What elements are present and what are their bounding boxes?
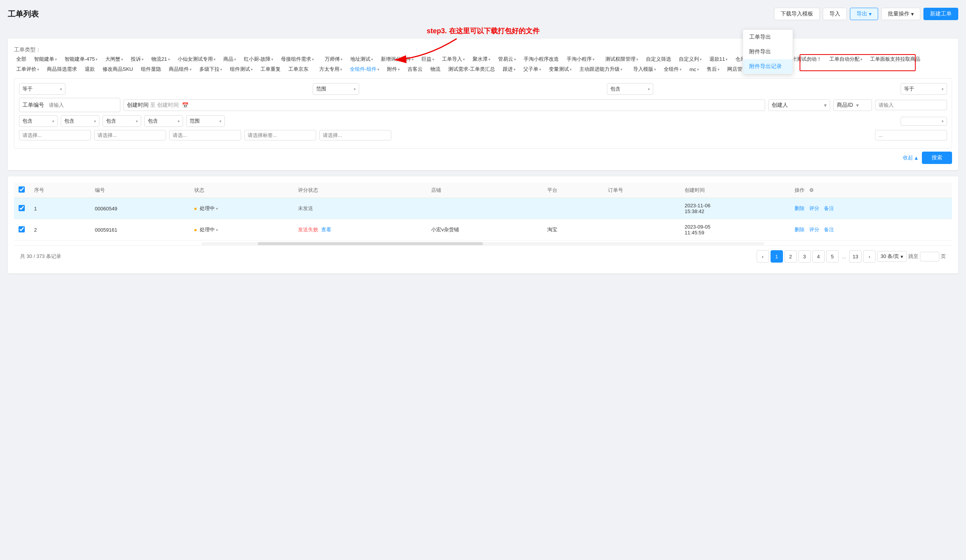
- select-range-2[interactable]: 范围 ▾: [186, 115, 225, 127]
- page-2-button[interactable]: 2: [784, 250, 797, 263]
- tag-product-filter[interactable]: 商品筛选需求: [45, 65, 79, 73]
- tag-jushuitan[interactable]: 聚水潭 ▾: [470, 55, 493, 63]
- tag-custom-filter[interactable]: 自定义筛选: [644, 55, 673, 63]
- batch-ops-button[interactable]: 批量操作 ▾: [881, 8, 920, 20]
- dropdown-item-attachment-export[interactable]: 附件导出: [743, 44, 793, 59]
- tag-ticket-duplicate[interactable]: 工单重复: [258, 65, 283, 73]
- tag-all-components[interactable]: 全组件-组件 ▾: [348, 65, 382, 73]
- page-last-button[interactable]: 13: [849, 250, 862, 263]
- filter-input-5[interactable]: [319, 130, 391, 140]
- tag-juyi[interactable]: 巨益 ▾: [419, 55, 437, 63]
- tag-ticket-jd[interactable]: 工单京东: [286, 65, 311, 73]
- tag-complaint[interactable]: 投诉 ▾: [128, 55, 146, 63]
- tag-logistics[interactable]: 物流: [428, 65, 443, 73]
- new-ticket-button[interactable]: 新建工单: [923, 8, 958, 20]
- filter-input-4[interactable]: [244, 130, 316, 140]
- tag-component-test[interactable]: 组件测试 ▾: [228, 65, 255, 73]
- tag-import-template[interactable]: 导入模版 ▾: [631, 65, 658, 73]
- gear-icon[interactable]: ⚙: [809, 187, 814, 193]
- tag-follow-up[interactable]: 跟进 ▾: [500, 65, 518, 73]
- tag-refund11[interactable]: 退款11 ▾: [707, 55, 730, 63]
- select-equal-1[interactable]: 等于 ▾: [19, 83, 65, 95]
- tag-parent-component[interactable]: 母接组件需求 ▾: [279, 55, 316, 63]
- tag-component-hide[interactable]: 组件显隐: [139, 65, 163, 73]
- tag-fairy-test[interactable]: 小仙女测试专用 ▾: [175, 55, 218, 63]
- dropdown-item-attachment-export-record[interactable]: 附件导出记录: [743, 59, 793, 74]
- row2-rating-view-link[interactable]: 查看: [321, 227, 331, 232]
- select-include-2[interactable]: 包含 ▾: [19, 115, 58, 127]
- calendar-icon[interactable]: 📅: [182, 102, 188, 108]
- tag-product[interactable]: 商品 ▾: [221, 55, 238, 63]
- row1-rating-link[interactable]: 评分: [809, 205, 819, 211]
- tag-fangtai[interactable]: 方太专用 ▾: [317, 65, 344, 73]
- tag-permission[interactable]: 测试权限管理 ▾: [603, 55, 641, 63]
- tag-wanshifu[interactable]: 万师傅 ▾: [322, 55, 345, 63]
- tag-taobao-mini-reform[interactable]: 手淘小程序改造: [521, 55, 561, 63]
- select-extra[interactable]: ▾: [901, 117, 947, 126]
- search-button[interactable]: 搜索: [922, 152, 952, 164]
- tag-parent-ticket[interactable]: 父子单 ▾: [521, 65, 543, 73]
- prev-page-button[interactable]: ‹: [757, 250, 769, 263]
- select-all-checkbox[interactable]: [19, 186, 25, 193]
- tag-all-components2[interactable]: 全组件 ▾: [661, 65, 684, 73]
- tag-guanyiyun[interactable]: 管易云 ▾: [496, 55, 518, 63]
- row1-checkbox[interactable]: [19, 205, 25, 211]
- tag-custom-column[interactable]: 自定义列 ▾: [677, 55, 704, 63]
- import-button[interactable]: 导入: [823, 8, 847, 20]
- tag-product-component[interactable]: 商品组件 ▾: [166, 65, 194, 73]
- dropdown-item-ticket-export[interactable]: 工单导出: [743, 30, 793, 44]
- tag-ticket-import[interactable]: 工单导入 ▾: [440, 55, 467, 63]
- select-include[interactable]: 包含 ▾: [607, 83, 653, 95]
- page-3-button[interactable]: 3: [798, 250, 811, 263]
- select-range[interactable]: 范围 ▾: [313, 83, 359, 95]
- row2-remark-link[interactable]: 备注: [824, 227, 834, 232]
- ticket-no-input[interactable]: [46, 100, 117, 110]
- page-1-button[interactable]: 1: [771, 250, 783, 263]
- select-include-4[interactable]: 包含 ▾: [103, 115, 141, 127]
- tag-modify-sku[interactable]: 修改商品SKU: [100, 65, 135, 73]
- select-include-5[interactable]: 包含 ▾: [144, 115, 183, 127]
- filter-input-1[interactable]: [19, 130, 91, 140]
- next-page-button[interactable]: ›: [863, 250, 875, 263]
- collapse-button[interactable]: 收起 ▲: [903, 152, 919, 164]
- tag-red-kitchen[interactable]: 红小厨-故障 ▾: [242, 55, 276, 63]
- tag-variable-test[interactable]: 变量测试 ▾: [546, 65, 574, 73]
- tag-logistics21[interactable]: 物流21 ▾: [149, 55, 172, 63]
- tag-all[interactable]: 全部: [14, 55, 29, 63]
- select-include-3[interactable]: 包含 ▾: [61, 115, 99, 127]
- filter-type-row: 工单类型： 全部 智能建单 ▾ 智能建单-475 ▾ 大闸蟹 ▾ 投诉 ▾ 物流…: [14, 45, 952, 73]
- page-4-button[interactable]: 4: [812, 250, 825, 263]
- download-template-button[interactable]: 下载导入模板: [774, 8, 820, 20]
- page-size-select[interactable]: 30 条/页 ▾: [877, 251, 907, 262]
- row2-delete-link[interactable]: 删除: [795, 227, 805, 232]
- filter-input-3[interactable]: [169, 130, 241, 140]
- tag-test-ticket-summary[interactable]: 测试需求-工单类汇总: [446, 65, 497, 73]
- tag-taobao-mini[interactable]: 手淘小程序 ▾: [564, 55, 597, 63]
- tag-multi-level[interactable]: 多级下拉 ▾: [197, 65, 224, 73]
- tag-auto-assign[interactable]: 工单自动分配 ▾: [827, 55, 865, 63]
- filter-input-6[interactable]: [875, 130, 947, 140]
- select-equal-2[interactable]: 等于 ▾: [901, 83, 947, 95]
- tag-address-test[interactable]: 地址测试 ▾: [348, 55, 375, 63]
- row2-checkbox[interactable]: [19, 226, 25, 232]
- tag-panel-product[interactable]: 工单面板支持拉取商品: [868, 55, 923, 63]
- tag-jikeyun[interactable]: 吉客云: [405, 65, 425, 73]
- tag-rating-component[interactable]: 新增评分组件 ▾: [379, 55, 416, 63]
- product-id-input[interactable]: [875, 100, 947, 110]
- tag-smart-ticket[interactable]: 智能建单 ▾: [32, 55, 59, 63]
- goto-input[interactable]: [920, 252, 939, 261]
- tag-attachment[interactable]: 附件 ▾: [385, 65, 402, 73]
- tag-aftersale[interactable]: 售后 ▾: [704, 65, 722, 73]
- tag-crab[interactable]: 大闸蟹 ▾: [103, 55, 125, 63]
- row1-remark-link[interactable]: 备注: [824, 205, 834, 211]
- row1-delete-link[interactable]: 删除: [795, 205, 805, 211]
- tag-mc[interactable]: mc ▾: [687, 65, 701, 73]
- tag-smart-ticket-475[interactable]: 智能建单-475 ▾: [62, 55, 100, 63]
- tag-proactive-followup[interactable]: 主动跟进能力升级 ▾: [577, 65, 625, 73]
- page-5-button[interactable]: 5: [826, 250, 839, 263]
- export-button[interactable]: 导出 ▾: [850, 8, 878, 20]
- tag-ticket-rating[interactable]: 工单评价 ▾: [14, 65, 41, 73]
- row2-rating-link[interactable]: 评分: [809, 227, 819, 232]
- filter-input-2[interactable]: [94, 130, 166, 140]
- tag-refund[interactable]: 退款: [82, 65, 97, 73]
